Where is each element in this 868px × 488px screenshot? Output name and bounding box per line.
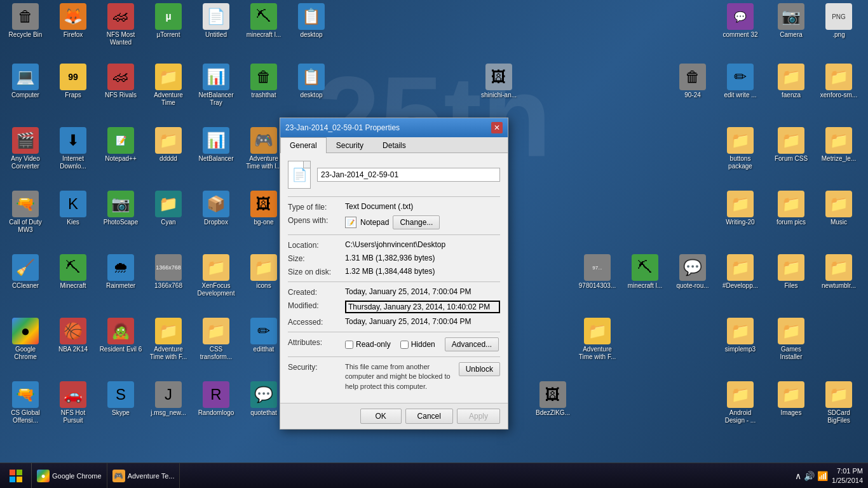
dialog-title: 23-Jan-2014_02-59-01 Properties xyxy=(285,123,400,132)
attributes-label: Attributes: xyxy=(288,337,345,347)
security-row: Security: This file came from another co… xyxy=(288,362,500,391)
modified-value: Thursday, January 23, 2014, 10:40:02 PM xyxy=(345,301,500,313)
svg-rect-0 xyxy=(10,470,15,475)
cancel-button[interactable]: Cancel xyxy=(405,409,453,424)
size-row: Size: 1.31 MB (1,382,936 bytes) xyxy=(288,254,500,263)
opens-app: Notepad xyxy=(360,218,389,227)
size-value: 1.31 MB (1,382,936 bytes) xyxy=(345,254,500,262)
hidden-checkbox[interactable] xyxy=(400,341,409,349)
tab-security[interactable]: Security xyxy=(327,137,373,153)
separator5 xyxy=(288,356,500,357)
taskbar-adventure-icon: 🎮 xyxy=(112,470,125,482)
dialog-titlebar: 23-Jan-2014_02-59-01 Properties ✕ xyxy=(280,118,508,137)
attributes-content: Read-only Hidden Advanced... xyxy=(345,337,499,351)
advanced-button[interactable]: Advanced... xyxy=(445,337,499,351)
notepad-icon: 📝 xyxy=(345,217,356,228)
taskbar-item-0[interactable]: ● Google Chrome xyxy=(32,463,107,489)
dialog-general-content: 📄 Type of file: Text Document (.txt) Ope… xyxy=(280,153,508,403)
modified-label: Modified: xyxy=(288,301,345,310)
ok-button[interactable]: OK xyxy=(360,409,402,424)
svg-rect-3 xyxy=(17,477,22,482)
taskbar-date: 1/25/2014 xyxy=(832,476,863,485)
accessed-value: Today, January 25, 2014, 7:00:04 PM xyxy=(345,317,500,326)
type-value: Text Document (.txt) xyxy=(345,202,500,211)
taskbar-right: ∧ 🔊 📶 7:01 PM 1/25/2014 xyxy=(790,466,868,485)
separator4 xyxy=(288,332,500,332)
desktop: 25th 🗑 Recycle Bin 🦊 Firefox 🏎 NFS Most … xyxy=(0,0,868,488)
opens-label: Opens with: xyxy=(288,215,345,225)
unblock-row: This file came from another computer and… xyxy=(345,362,500,391)
svg-rect-1 xyxy=(17,470,22,475)
location-row: Location: C:\Users\johnvincent\Desktop xyxy=(288,240,500,250)
accessed-row: Accessed: Today, January 25, 2014, 7:00:… xyxy=(288,317,500,327)
location-label: Location: xyxy=(288,240,345,250)
type-label: Type of file: xyxy=(288,202,345,212)
opens-with-content: 📝 Notepad Change... xyxy=(345,215,440,229)
dialog-tabs: General Security Details xyxy=(280,137,508,153)
taskbar-items: ● Google Chrome 🎮 Adventure Te... xyxy=(32,463,790,489)
separator1 xyxy=(288,196,500,197)
modified-row: Modified: Thursday, January 23, 2014, 10… xyxy=(288,301,500,313)
apply-button[interactable]: Apply xyxy=(457,409,500,424)
type-row: Type of file: Text Document (.txt) xyxy=(288,202,500,212)
dialog-footer: OK Cancel Apply xyxy=(280,403,508,429)
created-row: Created: Today, January 25, 2014, 7:00:0… xyxy=(288,287,500,297)
readonly-checkbox[interactable] xyxy=(345,341,353,349)
start-button[interactable] xyxy=(0,463,32,489)
taskbar-icons-tray: ∧ 🔊 📶 xyxy=(795,471,828,481)
security-label: Security: xyxy=(288,362,345,372)
taskbar-adventure-label: Adventure Te... xyxy=(128,472,175,480)
size-label: Size: xyxy=(288,254,345,263)
file-type-icon: 📄 xyxy=(288,161,311,189)
readonly-label: Read-only xyxy=(356,340,391,349)
separator3 xyxy=(288,281,500,282)
opens-with-row: Opens with: 📝 Notepad Change... xyxy=(288,215,500,229)
dialog-overlay: 23-Jan-2014_02-59-01 Properties ✕ Genera… xyxy=(0,0,868,488)
created-label: Created: xyxy=(288,287,345,297)
tab-general[interactable]: General xyxy=(280,137,327,153)
security-text: This file came from another computer and… xyxy=(345,362,454,391)
location-value: C:\Users\johnvincent\Desktop xyxy=(345,240,500,249)
dialog-close-button[interactable]: ✕ xyxy=(491,122,503,133)
taskbar: ● Google Chrome 🎮 Adventure Te... ∧ 🔊 📶 … xyxy=(0,463,868,488)
taskbar-item-1[interactable]: 🎮 Adventure Te... xyxy=(107,463,180,489)
readonly-checkbox-item: Read-only xyxy=(345,340,391,349)
attributes-row: Attributes: Read-only Hidden Advance xyxy=(288,337,500,351)
disk-size-row: Size on disk: 1.32 MB (1,384,448 bytes) xyxy=(288,267,500,276)
taskbar-clock: 7:01 PM 1/25/2014 xyxy=(832,466,863,485)
svg-rect-2 xyxy=(10,477,15,482)
checkbox-row: Read-only Hidden Advanced... xyxy=(345,337,499,351)
change-button[interactable]: Change... xyxy=(393,215,440,229)
tab-details[interactable]: Details xyxy=(373,137,416,153)
hidden-label: Hidden xyxy=(411,340,435,349)
properties-dialog: 23-Jan-2014_02-59-01 Properties ✕ Genera… xyxy=(280,118,508,430)
taskbar-chrome-icon: ● xyxy=(37,470,50,482)
disk-label: Size on disk: xyxy=(288,267,345,276)
filename-input[interactable] xyxy=(317,168,500,182)
taskbar-time: 7:01 PM xyxy=(832,466,863,475)
hidden-checkbox-item: Hidden xyxy=(400,340,435,349)
disk-value: 1.32 MB (1,384,448 bytes) xyxy=(345,267,500,276)
taskbar-chrome-label: Google Chrome xyxy=(52,472,102,480)
separator2 xyxy=(288,234,500,235)
file-header: 📄 xyxy=(288,161,500,189)
created-value: Today, January 25, 2014, 7:00:04 PM xyxy=(345,287,500,296)
accessed-label: Accessed: xyxy=(288,317,345,327)
unblock-button[interactable]: Unblock xyxy=(459,362,500,376)
